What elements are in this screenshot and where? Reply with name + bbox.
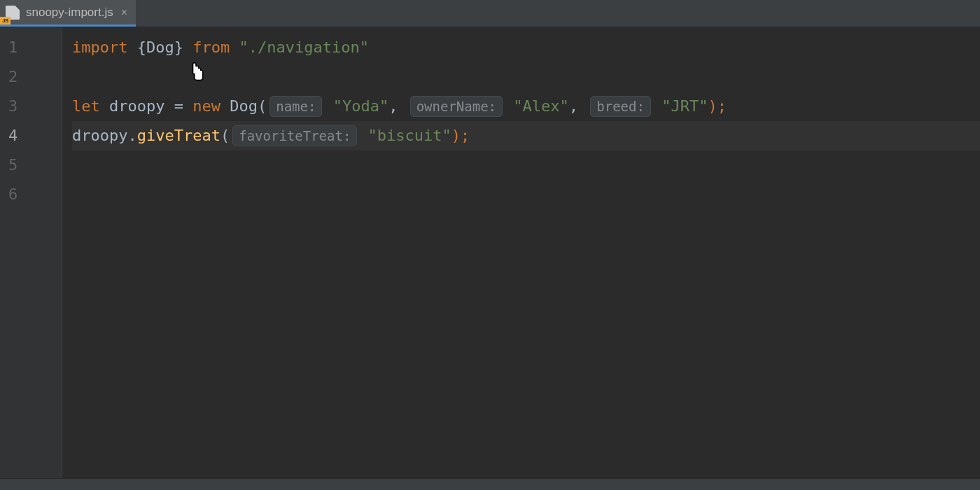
paren-open: ( [220, 127, 230, 144]
string-literal: "biscuit" [358, 127, 451, 144]
string-module-path: "./navigation" [239, 38, 368, 56]
keyword-import: import [72, 38, 127, 56]
identifier-class: Dog [230, 97, 258, 115]
keyword-from: from [192, 38, 230, 56]
identifier-class: Dog [146, 38, 174, 56]
code-area[interactable]: import {Dog} from "./navigation" let dro… [62, 27, 980, 478]
method-call: giveTreat [137, 127, 220, 144]
comma: , [388, 97, 407, 115]
string-literal: "Alex" [504, 97, 569, 115]
line-number: 1 [0, 33, 62, 62]
code-line[interactable] [72, 150, 980, 180]
tab-filename: snoopy-import.js [26, 6, 113, 20]
space [230, 38, 239, 56]
identifier-variable: droopy [72, 127, 127, 144]
code-line[interactable]: import {Dog} from "./navigation" [72, 33, 980, 62]
close-icon[interactable]: × [120, 6, 129, 20]
brace-close: } [174, 38, 193, 56]
code-line[interactable]: let droopy = new Dog(name: "Yoda", owner… [72, 92, 980, 121]
inlay-hint-name: name: [270, 96, 322, 117]
keyword-new: new [192, 97, 220, 115]
code-line[interactable] [72, 180, 980, 209]
line-number: 6 [0, 180, 62, 209]
line-number-gutter: 1 2 3 4 5 6 [0, 27, 62, 478]
paren-close-semi: ); [708, 97, 727, 115]
paren-open: ( [258, 97, 267, 115]
editor-tab-bar: JS snoopy-import.js × [0, 0, 980, 27]
tab-snoopy-import[interactable]: JS snoopy-import.js × [0, 0, 136, 27]
line-number: 5 [0, 150, 62, 180]
line-number: 4 [0, 121, 62, 150]
paren-close-semi: ); [451, 127, 470, 144]
javascript-file-icon: JS [6, 6, 20, 20]
dot: . [127, 127, 136, 144]
keyword-let: let [72, 97, 100, 115]
code-line[interactable]: droopy.giveTreat(favoriteTreat: "biscuit… [72, 121, 980, 150]
operator-equals: = [164, 97, 192, 115]
inlay-hint-treat: favoriteTreat: [232, 125, 357, 146]
line-number: 2 [0, 62, 62, 92]
inlay-hint-owner: ownerName: [410, 96, 503, 117]
inlay-hint-breed: breed: [590, 96, 651, 117]
status-bar [0, 478, 980, 490]
code-line[interactable] [72, 62, 980, 92]
identifier-variable: droopy [109, 97, 164, 115]
string-literal: "JRT" [652, 97, 708, 115]
brace-open: { [127, 38, 146, 56]
comma: , [569, 97, 588, 115]
code-editor[interactable]: 1 2 3 4 5 6 import {Dog} from "./navigat… [0, 27, 980, 478]
space [220, 97, 230, 115]
string-literal: "Yoda" [323, 97, 388, 115]
space [100, 97, 109, 115]
line-number: 3 [0, 92, 62, 121]
